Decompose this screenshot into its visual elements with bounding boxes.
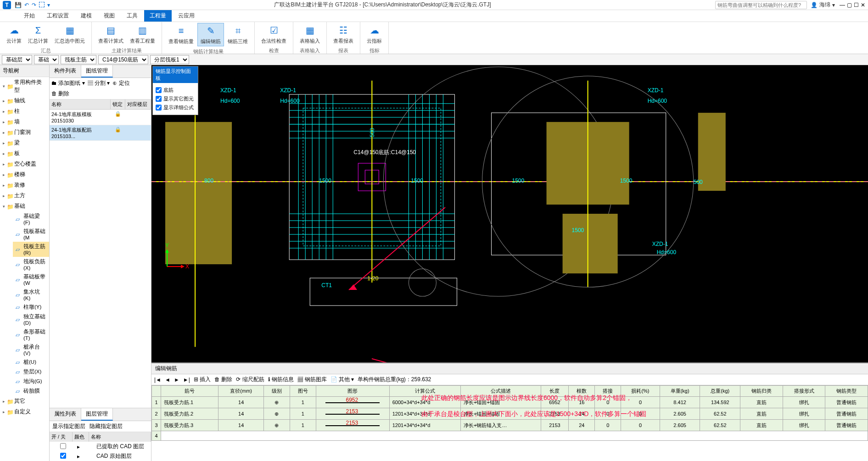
tab-图层管理[interactable]: 图层管理 [81,408,113,421]
tree-其它[interactable]: 📁其它 [0,396,49,406]
ribbon-表格输入[interactable]: ▦表格输入 [297,23,323,45]
tree-child-集水坑(K)[interactable]: ▱集水坑(K) [13,287,49,302]
layer-toggle[interactable] [60,453,66,459]
rebar-col: 总重(kg) [700,386,740,397]
ribbon-钢筋三维[interactable]: ⌗钢筋三维 [225,23,251,46]
ribbon-查看钢筋量[interactable]: ≡查看钢筋量 [166,23,196,46]
ribbon-汇总计算[interactable]: Σ汇总计算 [25,23,51,45]
split-button[interactable]: ▤ 分割 ▾ [88,79,110,87]
maximize-icon[interactable]: ☐ [854,2,859,8]
display-opt-底筋[interactable]: 底筋 [156,86,195,94]
nav-next-icon[interactable]: ► [174,377,179,383]
close-icon[interactable]: ✕ [861,2,865,8]
ribbon-icon: ▦ [303,24,316,37]
layer-row[interactable]: ▸CAD 原始图层 [50,451,151,461]
tab-图纸管理[interactable]: 图纸管理 [81,65,113,78]
minimize-icon[interactable]: — [840,2,845,8]
tree-墙[interactable]: 📁墙 [0,117,49,127]
drawing-list-header: 名称 锁定 对应楼层 [50,100,151,110]
tree-板[interactable]: 📁板 [0,148,49,159]
menu-视图[interactable]: 视图 [98,10,120,22]
user-account[interactable]: 👤 海绵 ▾ [811,1,835,9]
nav-first-icon[interactable]: |◄ [154,377,161,383]
ribbon-查看报表[interactable]: ☷查看报表 [330,23,356,45]
ribbon-合法性检查[interactable]: ☑合法性检查 [258,23,289,45]
tree-child-桩(U)[interactable]: ▱桩(U) [13,357,49,367]
display-opt-显示详细公式[interactable]: 显示详细公式 [156,103,195,112]
drawing-row[interactable]: 24-1地库底板配筋2015103...🔒 [50,125,151,141]
nav-last-icon[interactable]: ►| [183,377,190,383]
user-dropdown-icon[interactable]: ▾ [832,2,835,8]
floor-select[interactable]: 基础层 [2,55,32,64]
rebar-row[interactable]: 3筏板受力筋.314⊕121531201+34*d+34*d净长+钢筋锚入支…2… [152,420,868,431]
rebar-display-panel[interactable]: 钢筋显示控制面板 底筋 显示其它图元 显示详细公式 [152,66,198,115]
menu-工程量[interactable]: 工程量 [144,10,172,22]
ribbon-汇总选中图元[interactable]: ▦汇总选中图元 [52,23,88,45]
tree-轴线[interactable]: 📁轴线 [0,95,49,106]
ribbon-云计算[interactable]: ☁云计算 [4,23,24,45]
other-button[interactable]: 📄 其他 ▾ [330,376,354,383]
delete-drawing-button[interactable]: 🗑 删除 [51,90,69,98]
qat-save-icon[interactable]: 💾 [15,2,22,8]
svg-text:CT1: CT1 [321,282,332,289]
menu-建模[interactable]: 建模 [75,10,97,22]
ribbon-查看工程量[interactable]: ▥查看工程量 [127,23,158,45]
nav-prev-icon[interactable]: ◄ [165,377,170,383]
menu-工具[interactable]: 工具 [121,10,143,22]
add-drawing-button[interactable]: 🖿 添加图纸 ▾ [51,79,85,87]
tab-属性列表[interactable]: 属性列表 [50,408,81,421]
tree-梁[interactable]: 📁梁 [0,138,49,148]
tree-child-筏板主筋(R)[interactable]: ▱筏板主筋(R) [13,242,49,257]
tree-child-基础梁(F)[interactable]: ▱基础梁(F) [13,211,49,227]
qat-redo-icon[interactable]: ↷ [32,2,36,8]
menu-工程设置[interactable]: 工程设置 [41,10,74,22]
tab-构件列表[interactable]: 构件列表 [50,65,81,78]
tree-child-柱墩(Y)[interactable]: ▱柱墩(Y) [13,302,49,312]
locate-button[interactable]: ⊕ 定位 [112,79,129,87]
ribbon-查看计算式[interactable]: ▤查看计算式 [95,23,126,45]
menu-开始[interactable]: 开始 [18,10,40,22]
tree-child-垫层(X)[interactable]: ▱垫层(X) [13,367,49,377]
spec-select[interactable]: C14@150底筋 [98,55,148,64]
qat-undo-icon[interactable]: ↶ [24,2,29,8]
tree-child-砖胎膜[interactable]: ▱砖胎膜 [13,386,49,396]
display-opt-显示其它图元[interactable]: 显示其它图元 [156,94,195,103]
tree-child-独立基础(D)[interactable]: ▱独立基础(D) [13,312,49,327]
drawing-row[interactable]: 24-1地库底板模板20151030🔒 [50,110,151,125]
hide-layer-button[interactable]: 隐藏指定图层 [90,423,123,429]
tree-child-基础板带(W[interactable]: ▱基础板带(W [13,272,49,287]
category-select[interactable]: 基础 [34,55,59,64]
delete-button[interactable]: 🗑 删除 [214,376,232,383]
tree-child-筏板基础(M[interactable]: ▱筏板基础(M [13,227,49,242]
subtype-select[interactable]: 筏板主筋 [61,55,96,64]
rebar-info-button[interactable]: ℹ 钢筋信息 [268,376,294,383]
menu-云应用[interactable]: 云应用 [173,10,200,22]
layer-row[interactable]: ▸已提取的 CAD 图层 [50,442,151,451]
tree-child-筏板负筋(X)[interactable]: ▱筏板负筋(X) [13,257,49,272]
tree-楼梯[interactable]: 📁楼梯 [0,169,49,180]
qat-region-icon[interactable] [39,2,45,7]
insert-button[interactable]: ⊞ 插入 [194,376,211,383]
tree-child-地沟(G)[interactable]: ▱地沟(G) [13,377,49,386]
span-select[interactable]: 分层筏板1 [150,55,189,64]
tree-柱[interactable]: 📁柱 [0,106,49,117]
tree-门窗洞[interactable]: 📁门窗洞 [0,127,49,138]
cad-viewport[interactable]: XZD-1 XZD-1 Hd=600 Hd=600 1500 1500 500 … [151,65,868,362]
tree-空心楼盖[interactable]: 📁空心楼盖 [0,159,49,169]
tree-child-桩承台(V)[interactable]: ▱桩承台(V) [13,342,49,357]
tree-土方[interactable]: 📁土方 [0,190,49,201]
square1-icon[interactable]: ▢ [847,2,852,8]
tree-常用构件类型[interactable]: 📁常用构件类型 [0,77,49,95]
layer-toggle[interactable] [60,443,66,449]
ribbon-云指标[interactable]: ☁云指标 [364,23,385,45]
ribbon-icon: ✎ [204,24,217,37]
rebar-lib-button[interactable]: ▦ 钢筋图库 [297,376,326,383]
tree-自定义[interactable]: 📁自定义 [0,406,49,417]
scale-rebar-button[interactable]: ⟳ 缩尺配筋 [236,376,264,383]
help-search-input[interactable] [715,1,807,9]
tree-装修[interactable]: 📁装修 [0,180,49,190]
tree-基础[interactable]: 📁基础 [0,201,49,211]
tree-child-条形基础(T)[interactable]: ▱条形基础(T) [13,327,49,342]
show-layer-button[interactable]: 显示指定图层 [52,423,85,429]
ribbon-编辑钢筋[interactable]: ✎编辑钢筋 [197,23,224,46]
